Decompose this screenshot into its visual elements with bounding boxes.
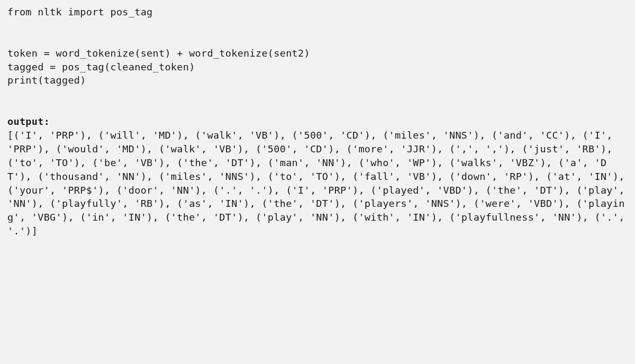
code-line-token: token = word_tokenize(sent) + word_token…	[7, 47, 628, 60]
blank-line	[7, 101, 628, 115]
code-line-tagged: tagged = pos_tag(cleaned_token)	[7, 60, 628, 74]
blank-line	[7, 87, 628, 101]
output-text: [('I', 'PRP'), ('will', 'MD'), ('walk', …	[7, 129, 628, 238]
code-line-import: from nltk import pos_tag	[7, 5, 628, 19]
blank-line	[7, 19, 628, 33]
blank-line	[7, 33, 628, 47]
code-line-print: print(tagged)	[7, 74, 628, 87]
output-label: output:	[7, 115, 628, 129]
